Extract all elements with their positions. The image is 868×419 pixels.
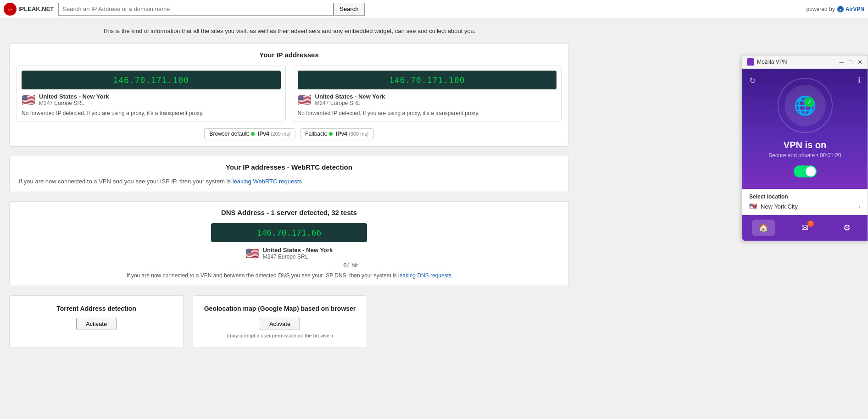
vpn-titlebar: Mozilla VPN ─ □ ✕ <box>742 55 868 69</box>
ip-display-left: 146.70.171.100 <box>22 71 281 89</box>
dns-leak-link[interactable]: leaking DNS requests <box>398 272 451 279</box>
ip-location-left: 🇺🇸 United States - New York M247 Europe … <box>22 93 281 106</box>
vpn-status-title: VPN is on <box>749 140 861 150</box>
badge-dot-browser <box>251 132 255 136</box>
dns-flag: 🇺🇸 <box>245 247 259 260</box>
vpn-circle-outer: 🌐 ✓ <box>778 78 833 133</box>
vpn-location-label: Select location <box>749 193 861 200</box>
vpn-bottom-nav: 🏠 ✉ 2 ⚙ <box>742 215 868 241</box>
vpn-maximize-button[interactable]: □ <box>847 59 854 65</box>
bottom-cards: Torrent Address detection Activate Geolo… <box>9 295 367 348</box>
geolocation-activate-button[interactable]: Activate <box>260 318 300 330</box>
ip-location-text-right: United States - New York M247 Europe SRL <box>315 93 385 106</box>
vpn-refresh-icon[interactable]: ↻ <box>749 76 756 86</box>
dns-note: If you are now connected to a VPN and be… <box>17 272 562 279</box>
ip-section: Your IP addresses 146.70.171.100 🇺🇸 Unit… <box>9 44 569 147</box>
dns-country: United States - New York <box>263 247 333 254</box>
svg-text:IP: IP <box>8 8 12 12</box>
vpn-close-button[interactable]: ✕ <box>857 59 863 65</box>
geolocation-card-title: Geolocation map (Google Map) based on br… <box>202 305 357 312</box>
ip-country-left: United States - New York <box>39 93 109 100</box>
webrtc-section: Your IP addresses - WebRTC detection If … <box>9 156 569 192</box>
ip-box-right: 146.70.171.100 🇺🇸 United States - New Yo… <box>293 66 562 121</box>
ip-grid: 146.70.171.100 🇺🇸 United States - New Yo… <box>17 66 562 121</box>
vpn-popup: Mozilla VPN ─ □ ✕ ↻ ℹ 🌐 ✓ VPN is on Secu… <box>742 55 868 241</box>
vpn-messages-button[interactable]: ✉ 2 <box>794 220 817 236</box>
vpn-minimize-button[interactable]: ─ <box>838 59 845 65</box>
ip-display-right: 146.70.171.100 <box>298 71 557 89</box>
dns-hit: 64 hit <box>211 262 367 269</box>
geolocation-card-note: (may prompt a user permission on the bro… <box>202 333 357 338</box>
vpn-body: ↻ ℹ 🌐 ✓ VPN is on Secure and private • 0… <box>742 69 868 189</box>
ip-location-text-left: United States - New York M247 Europe SRL <box>39 93 109 106</box>
logo[interactable]: IP IPLEAK.NET <box>4 3 54 16</box>
badge-fallback: Fallback: IPv4 (300 ms) <box>300 128 373 139</box>
ip-country-right: United States - New York <box>315 93 385 100</box>
ip-section-title: Your IP addresses <box>17 51 562 59</box>
vpn-titlebar-icon <box>747 58 754 66</box>
ip-note-left: No forwarded IP detected. If you are usi… <box>22 110 281 116</box>
vpn-settings-button[interactable]: ⚙ <box>835 220 858 236</box>
badge-dot-fallback <box>329 132 333 136</box>
svg-text:A: A <box>839 8 841 11</box>
torrent-card: Torrent Address detection Activate <box>9 295 184 348</box>
vpn-toggle[interactable] <box>794 165 817 177</box>
search-button[interactable]: Search <box>334 3 364 16</box>
topbar: IP IPLEAK.NET Search powered by A AirVPN <box>0 0 868 18</box>
vpn-info-icon[interactable]: ℹ <box>858 76 861 84</box>
ip-isp-right: M247 Europe SRL <box>315 100 385 106</box>
vpn-circle-inner: 🌐 ✓ <box>785 85 826 126</box>
search-input[interactable] <box>58 3 334 16</box>
flag-right: 🇺🇸 <box>298 94 312 106</box>
vpn-titlebar-title: Mozilla VPN <box>757 59 838 65</box>
vpn-location-name: New York City <box>761 203 855 210</box>
dns-isp: M247 Europe SRL <box>263 254 333 260</box>
vpn-toggle-knob <box>806 166 816 176</box>
logo-text: IPLEAK.NET <box>18 6 54 12</box>
dns-section: DNS Address - 1 server detected, 32 test… <box>9 201 569 286</box>
ip-isp-left: M247 Europe SRL <box>39 100 109 106</box>
vpn-home-button[interactable]: 🏠 <box>752 220 775 236</box>
webrtc-link[interactable]: leaking WebRTC requests <box>233 178 302 185</box>
ip-badges: Browser default: IPv4 (200 ms) Fallback:… <box>17 128 562 139</box>
main-content: This is the kind of information that all… <box>0 18 578 357</box>
vpn-location-section: Select location 🇺🇸 New York City › <box>742 189 868 215</box>
airvpn-logo: A AirVPN <box>837 6 864 13</box>
geolocation-card: Geolocation map (Google Map) based on br… <box>193 295 367 348</box>
vpn-globe-icon: 🌐 ✓ <box>794 95 817 116</box>
ip-note-right: No forwarded IP detected. If you are usi… <box>298 110 557 116</box>
webrtc-title: Your IP addresses - WebRTC detection <box>19 163 559 171</box>
badge-browser: Browser default: IPv4 (200 ms) <box>204 128 295 139</box>
flag-left: 🇺🇸 <box>22 94 35 106</box>
vpn-chevron-icon: › <box>858 203 861 210</box>
vpn-shield-badge: ✓ <box>804 97 814 107</box>
webrtc-text: If you are now connected to a VPN and yo… <box>19 178 559 185</box>
vpn-location-row[interactable]: 🇺🇸 New York City › <box>749 203 861 210</box>
dns-title: DNS Address - 1 server detected, 32 test… <box>17 209 562 216</box>
dns-location-text: United States - New York M247 Europe SRL <box>263 247 333 260</box>
vpn-messages-badge: 2 <box>807 221 814 227</box>
vpn-titlebar-controls: ─ □ ✕ <box>838 59 863 65</box>
logo-icon: IP <box>4 3 17 16</box>
vpn-status-sub: Secure and private • 00:01:20 <box>749 152 861 159</box>
ip-box-left: 146.70.171.100 🇺🇸 United States - New Yo… <box>17 66 286 121</box>
torrent-card-title: Torrent Address detection <box>19 305 174 312</box>
dns-ip-display: 146.70.171.66 <box>211 223 367 242</box>
torrent-activate-button[interactable]: Activate <box>76 318 117 330</box>
badge-ms-fallback: (300 ms) <box>349 131 368 137</box>
badge-ms-browser: (200 ms) <box>271 131 290 137</box>
powered-by: powered by A AirVPN <box>807 6 864 13</box>
vpn-location-flag: 🇺🇸 <box>749 203 757 210</box>
dns-location: 🇺🇸 United States - New York M247 Europe … <box>17 247 562 260</box>
ip-location-right: 🇺🇸 United States - New York M247 Europe … <box>298 93 557 106</box>
subtitle: This is the kind of information that all… <box>9 28 569 34</box>
